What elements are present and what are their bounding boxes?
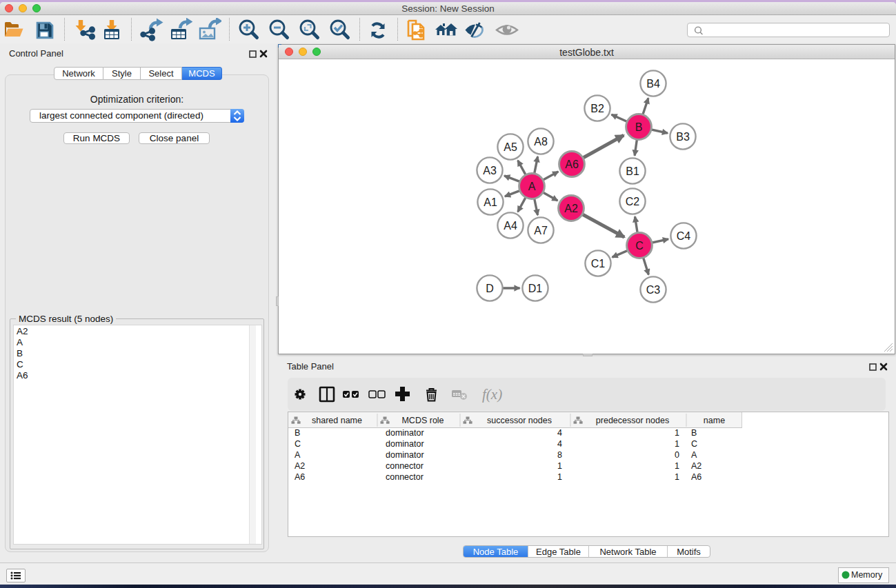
svg-text:C2: C2 bbox=[626, 196, 640, 207]
svg-text:A6: A6 bbox=[565, 159, 579, 170]
svg-text:A: A bbox=[528, 181, 536, 192]
svg-text:A1: A1 bbox=[484, 196, 497, 208]
svg-text:B2: B2 bbox=[590, 103, 604, 114]
svg-text:name: name bbox=[704, 416, 725, 425]
svg-text:A7: A7 bbox=[534, 225, 548, 236]
svg-text:A3: A3 bbox=[483, 165, 497, 176]
svg-text:MCDS role: MCDS role bbox=[401, 416, 444, 425]
svg-text:C1: C1 bbox=[591, 258, 606, 270]
svg-text:C3: C3 bbox=[646, 284, 661, 296]
svg-text:A2: A2 bbox=[564, 203, 578, 214]
svg-text:successor nodes: successor nodes bbox=[487, 416, 552, 425]
svg-text:shared name: shared name bbox=[312, 416, 362, 425]
svg-text:A8: A8 bbox=[534, 136, 548, 148]
svg-text:B4: B4 bbox=[646, 78, 660, 90]
svg-text:A4: A4 bbox=[504, 220, 517, 232]
svg-text:B1: B1 bbox=[626, 165, 639, 177]
svg-text:predecessor nodes: predecessor nodes bbox=[596, 416, 669, 425]
svg-text:C4: C4 bbox=[677, 230, 691, 242]
svg-text:B3: B3 bbox=[676, 131, 690, 143]
svg-text:C: C bbox=[635, 240, 644, 252]
svg-text:D1: D1 bbox=[528, 283, 543, 294]
svg-text:f(x): f(x) bbox=[482, 386, 502, 403]
svg-text:B: B bbox=[635, 121, 643, 133]
svg-text:D: D bbox=[486, 283, 494, 294]
svg-text:A5: A5 bbox=[504, 141, 517, 153]
